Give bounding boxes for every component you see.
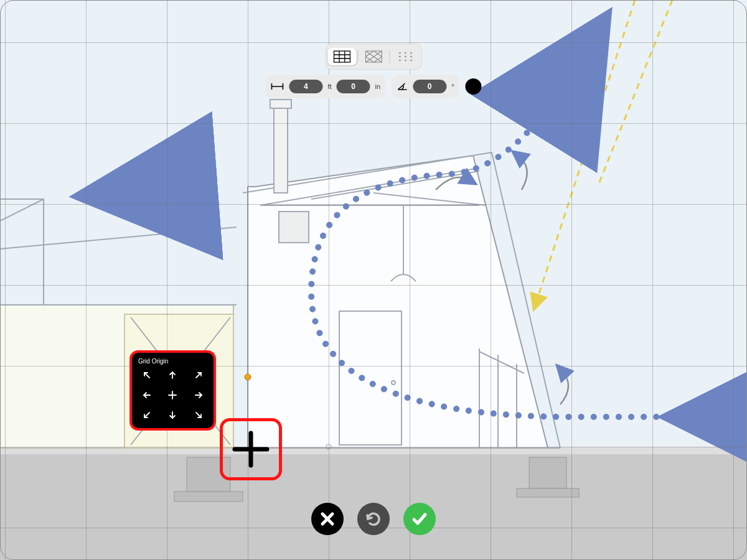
cancel-button[interactable]: [311, 503, 344, 535]
inches-value[interactable]: 0: [337, 80, 370, 93]
grid-color-swatch[interactable]: [466, 78, 482, 95]
origin-center[interactable]: [163, 388, 183, 402]
dimension-row: 4 ft 0 in 0 °: [265, 75, 481, 98]
svg-point-47: [399, 52, 401, 54]
bottom-action-bar: [311, 503, 436, 535]
plus-icon: [231, 429, 271, 469]
grid-angle-control: 0 °: [392, 75, 459, 98]
grid-type-dots[interactable]: [391, 48, 420, 65]
grid-origin-popover: Grid Origin: [129, 350, 216, 431]
confirm-button[interactable]: [403, 503, 436, 535]
top-toolbar: 4 ft 0 in 0 °: [265, 44, 481, 98]
origin-up-left[interactable]: [137, 368, 157, 382]
reset-button[interactable]: [357, 503, 390, 535]
origin-right[interactable]: [189, 388, 209, 402]
grid-origin-title: Grid Origin: [138, 358, 209, 365]
angle-value[interactable]: 0: [413, 80, 446, 93]
grid-type-segmented: [325, 44, 422, 70]
angle-unit: °: [451, 83, 454, 90]
feet-unit: ft: [327, 83, 331, 90]
inches-unit: in: [375, 83, 381, 90]
svg-point-50: [399, 56, 401, 58]
svg-point-54: [405, 60, 406, 62]
dimension-icon: [270, 83, 284, 90]
origin-up[interactable]: [163, 368, 183, 382]
svg-point-52: [410, 56, 412, 58]
svg-line-59: [144, 373, 149, 378]
origin-marker-highlight[interactable]: [220, 418, 282, 480]
check-icon: [410, 510, 429, 528]
grid-anchor-dot[interactable]: [245, 374, 251, 380]
svg-point-49: [410, 52, 412, 54]
svg-line-68: [196, 413, 201, 418]
close-icon: [319, 510, 336, 528]
svg-rect-35: [334, 51, 350, 62]
svg-line-61: [196, 373, 201, 378]
origin-down[interactable]: [163, 408, 183, 422]
grid-type-isometric[interactable]: [359, 48, 388, 65]
origin-down-right[interactable]: [189, 408, 209, 422]
svg-point-55: [410, 60, 412, 62]
svg-point-53: [399, 60, 401, 62]
feet-value[interactable]: 4: [289, 80, 322, 93]
grid-spacing-control: 4 ft 0 in: [265, 75, 385, 98]
grid-type-square[interactable]: [327, 48, 356, 65]
svg-line-66: [144, 413, 149, 418]
origin-up-right[interactable]: [189, 368, 209, 382]
origin-left[interactable]: [137, 388, 157, 402]
angle-icon: [397, 82, 408, 91]
origin-down-left[interactable]: [137, 408, 157, 422]
refresh-icon: [364, 510, 383, 528]
svg-point-51: [405, 56, 406, 58]
svg-point-48: [405, 52, 406, 54]
